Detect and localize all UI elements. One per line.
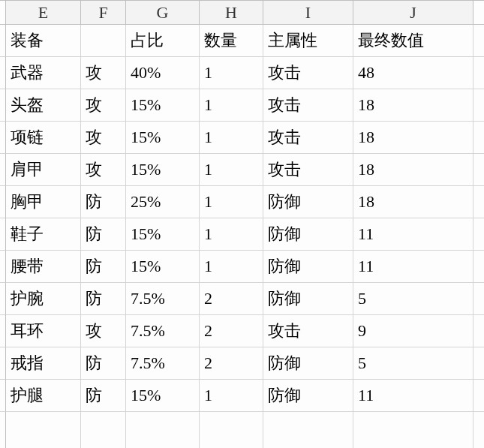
cell-mainattr[interactable]: 防御 <box>263 380 353 412</box>
cell-final[interactable]: 48 <box>353 57 473 89</box>
col-header-I[interactable]: I <box>263 1 353 25</box>
spreadsheet[interactable]: E F G H I J 装备 占比 数量 主属性 最终数值 武器 攻 40% 1… <box>0 0 484 448</box>
empty-cell[interactable] <box>126 412 200 448</box>
cell-ratio[interactable]: 7.5% <box>126 315 200 347</box>
cell-equip[interactable]: 项链 <box>6 122 81 154</box>
cell-equip[interactable]: 肩甲 <box>6 154 81 186</box>
col-header-lead <box>0 1 6 25</box>
empty-cell[interactable] <box>263 412 353 448</box>
cell-final[interactable]: 18 <box>353 154 473 186</box>
cell-ratio[interactable]: 15% <box>126 251 200 283</box>
cell-type[interactable]: 攻 <box>81 315 126 347</box>
cell-qty[interactable]: 2 <box>200 283 263 315</box>
header-cell-mainattr[interactable]: 主属性 <box>263 25 353 57</box>
col-header-H[interactable]: H <box>200 1 263 25</box>
cell-qty[interactable]: 1 <box>200 154 263 186</box>
header-cell-ratio[interactable]: 占比 <box>126 25 200 57</box>
cell-ratio[interactable]: 15% <box>126 89 200 122</box>
header-cell-final[interactable]: 最终数值 <box>353 25 473 57</box>
cell-mainattr[interactable]: 攻击 <box>263 89 353 122</box>
empty-cell[interactable] <box>200 412 263 448</box>
cell-type[interactable]: 攻 <box>81 57 126 89</box>
cell-type[interactable]: 防 <box>81 251 126 283</box>
cell-ratio[interactable]: 15% <box>126 218 200 251</box>
cell-equip[interactable]: 戒指 <box>6 347 81 380</box>
cell-final[interactable]: 9 <box>353 315 473 347</box>
cell-qty[interactable]: 1 <box>200 380 263 412</box>
cell-equip[interactable]: 武器 <box>6 57 81 89</box>
cell-final[interactable]: 5 <box>353 283 473 315</box>
col-header-E[interactable]: E <box>6 1 81 25</box>
cell-type[interactable]: 防 <box>81 347 126 380</box>
table-row: 腰带 防 15% 1 防御 11 <box>0 251 484 283</box>
cell-ratio[interactable]: 7.5% <box>126 283 200 315</box>
table-row: 护腿 防 15% 1 防御 11 <box>0 380 484 412</box>
cell-equip[interactable]: 头盔 <box>6 89 81 122</box>
header-cell-qty[interactable]: 数量 <box>200 25 263 57</box>
cell-mainattr[interactable]: 攻击 <box>263 122 353 154</box>
cell-qty[interactable]: 1 <box>200 122 263 154</box>
table-row: 胸甲 防 25% 1 防御 18 <box>0 186 484 218</box>
cell-equip[interactable]: 耳环 <box>6 315 81 347</box>
row-tail <box>473 380 484 412</box>
cell-qty[interactable]: 1 <box>200 186 263 218</box>
cell-mainattr[interactable]: 攻击 <box>263 315 353 347</box>
empty-cell[interactable] <box>6 412 81 448</box>
cell-type[interactable]: 防 <box>81 283 126 315</box>
cell-type[interactable]: 防 <box>81 218 126 251</box>
cell-final[interactable]: 5 <box>353 347 473 380</box>
cell-type[interactable]: 防 <box>81 380 126 412</box>
cell-type[interactable]: 攻 <box>81 89 126 122</box>
cell-final[interactable]: 18 <box>353 122 473 154</box>
cell-ratio[interactable]: 15% <box>126 380 200 412</box>
cell-type[interactable]: 攻 <box>81 122 126 154</box>
cell-ratio[interactable]: 25% <box>126 186 200 218</box>
cell-qty[interactable]: 1 <box>200 218 263 251</box>
cell-mainattr[interactable]: 防御 <box>263 251 353 283</box>
cell-ratio[interactable]: 15% <box>126 154 200 186</box>
col-header-F[interactable]: F <box>81 1 126 25</box>
row-tail <box>473 218 484 251</box>
cell-ratio[interactable]: 40% <box>126 57 200 89</box>
col-header-J[interactable]: J <box>353 1 473 25</box>
cell-equip[interactable]: 胸甲 <box>6 186 81 218</box>
row-lead <box>0 315 6 347</box>
cell-qty[interactable]: 2 <box>200 347 263 380</box>
cell-equip[interactable]: 护腿 <box>6 380 81 412</box>
cell-final[interactable]: 11 <box>353 251 473 283</box>
cell-mainattr[interactable]: 防御 <box>263 283 353 315</box>
cell-qty[interactable]: 1 <box>200 57 263 89</box>
row-lead <box>0 251 6 283</box>
row-lead <box>0 186 6 218</box>
cell-qty[interactable]: 1 <box>200 251 263 283</box>
cell-mainattr[interactable]: 防御 <box>263 347 353 380</box>
cell-final[interactable]: 11 <box>353 380 473 412</box>
cell-type[interactable]: 攻 <box>81 154 126 186</box>
empty-cell[interactable] <box>353 412 473 448</box>
header-cell-equip[interactable]: 装备 <box>6 25 81 57</box>
cell-equip[interactable]: 护腕 <box>6 283 81 315</box>
cell-final[interactable]: 18 <box>353 186 473 218</box>
header-cell-f[interactable] <box>81 25 126 57</box>
cell-mainattr[interactable]: 防御 <box>263 218 353 251</box>
cell-qty[interactable]: 2 <box>200 315 263 347</box>
cell-mainattr[interactable]: 防御 <box>263 186 353 218</box>
column-header-row: E F G H I J <box>0 0 484 25</box>
table-row: 鞋子 防 15% 1 防御 11 <box>0 218 484 251</box>
cell-ratio[interactable]: 7.5% <box>126 347 200 380</box>
cell-equip[interactable]: 鞋子 <box>6 218 81 251</box>
row-lead <box>0 347 6 380</box>
row-lead <box>0 283 6 315</box>
table-row: 头盔 攻 15% 1 攻击 18 <box>0 89 484 122</box>
cell-mainattr[interactable]: 攻击 <box>263 154 353 186</box>
cell-final[interactable]: 11 <box>353 218 473 251</box>
cell-type[interactable]: 防 <box>81 186 126 218</box>
empty-cell[interactable] <box>81 412 126 448</box>
col-header-G[interactable]: G <box>126 1 200 25</box>
cell-ratio[interactable]: 15% <box>126 122 200 154</box>
cell-qty[interactable]: 1 <box>200 89 263 122</box>
cell-final[interactable]: 18 <box>353 89 473 122</box>
col-header-tail <box>473 1 484 25</box>
cell-equip[interactable]: 腰带 <box>6 251 81 283</box>
cell-mainattr[interactable]: 攻击 <box>263 57 353 89</box>
